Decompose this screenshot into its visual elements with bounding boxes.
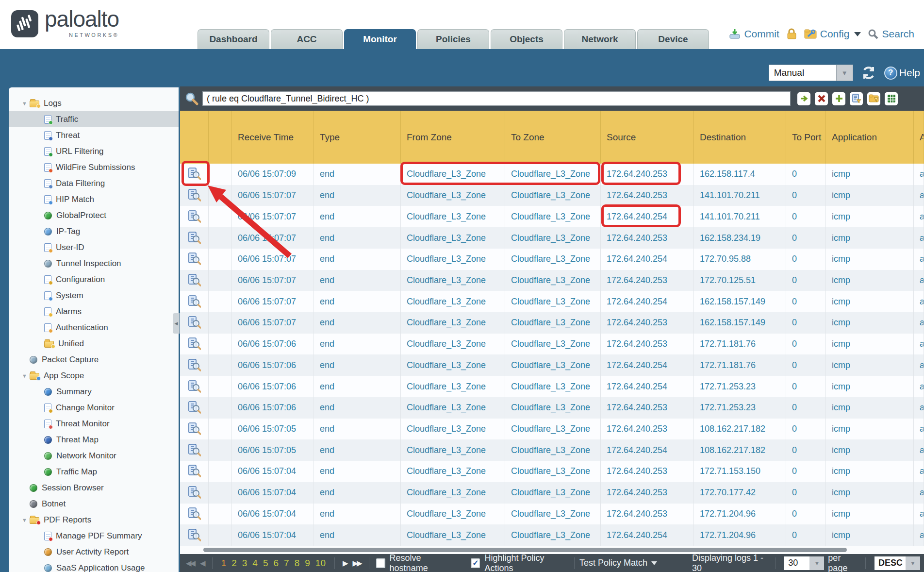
sidebar-item-wildfire-submissions[interactable]: WildFire Submissions — [9, 159, 179, 175]
detail-magnifier-cell[interactable] — [180, 312, 209, 334]
sidebar-item-system[interactable]: System — [9, 287, 179, 303]
sidebar-item-user-id[interactable]: User-ID — [9, 239, 179, 255]
sidebar-item-packet-capture[interactable]: Packet Capture — [9, 352, 179, 368]
tab-network[interactable]: Network — [564, 29, 636, 49]
column-header-from_zone[interactable]: From Zone — [401, 111, 505, 164]
detail-magnifier-cell[interactable] — [180, 461, 209, 482]
clear-filter-icon[interactable] — [815, 92, 828, 105]
page-number-6[interactable]: 6 — [274, 558, 279, 569]
sidebar-item-data-filtering[interactable]: Data Filtering — [9, 175, 179, 191]
column-header-source[interactable]: Source — [601, 111, 694, 164]
detail-magnifier-cell[interactable] — [180, 504, 209, 525]
table-row[interactable]: 06/06 15:07:09endCloudflare_L3_ZoneCloud… — [180, 164, 924, 185]
sidebar-item-manage-pdf-summary[interactable]: Manage PDF Summary — [9, 528, 179, 544]
sidebar-item-traffic[interactable]: Traffic — [9, 111, 179, 127]
sidebar-item-hip-match[interactable]: HIP Match — [9, 191, 179, 207]
sidebar-item-threat[interactable]: Threat — [9, 127, 179, 143]
table-row[interactable]: 06/06 15:07:06endCloudflare_L3_ZoneCloud… — [180, 376, 924, 397]
detail-magnifier-cell[interactable] — [180, 227, 209, 249]
per-page-select[interactable]: 30 ▼ — [784, 556, 824, 570]
tab-acc[interactable]: ACC — [271, 29, 343, 49]
sidebar-item-pdf-reports[interactable]: ▼PDF Reports — [9, 512, 179, 528]
lock-icon[interactable] — [786, 28, 797, 40]
table-row[interactable]: 06/06 15:07:06endCloudflare_L3_ZoneCloud… — [180, 334, 924, 355]
detail-magnifier-cell[interactable] — [180, 185, 209, 206]
global-search[interactable]: Search — [868, 28, 914, 40]
detail-magnifier-cell[interactable] — [180, 270, 209, 291]
table-row[interactable]: 06/06 15:07:07endCloudflare_L3_ZoneCloud… — [180, 227, 924, 249]
sidebar-item-threat-map[interactable]: Threat Map — [9, 432, 179, 448]
test-policy-match-button[interactable]: Test Policy Match — [579, 558, 657, 568]
page-number-10[interactable]: 10 — [315, 558, 326, 569]
tab-objects[interactable]: Objects — [491, 29, 562, 49]
expander-icon[interactable]: ▼ — [19, 517, 30, 523]
sidebar-item-saas-application-usage[interactable]: SaaS Application Usage — [9, 560, 179, 572]
tab-device[interactable]: Device — [637, 29, 709, 49]
sidebar-item-app-scope[interactable]: ▼App Scope — [9, 368, 179, 384]
table-row[interactable]: 06/06 15:07:07endCloudflare_L3_ZoneCloud… — [180, 291, 924, 312]
detail-magnifier-cell[interactable] — [180, 334, 209, 355]
sidebar-item-configuration[interactable]: Configuration — [9, 271, 179, 287]
table-row[interactable]: 06/06 15:07:04endCloudflare_L3_ZoneCloud… — [180, 461, 924, 482]
detail-magnifier-cell[interactable] — [180, 439, 209, 461]
help-button[interactable]: ? Help — [884, 67, 920, 80]
commit-button[interactable]: Commit — [729, 28, 779, 40]
horizontal-scrollbar[interactable] — [203, 548, 847, 552]
tab-monitor[interactable]: Monitor — [344, 29, 416, 49]
table-row[interactable]: 06/06 15:07:07endCloudflare_L3_ZoneCloud… — [180, 185, 924, 206]
refresh-mode-select[interactable]: Manual ▼ — [769, 65, 853, 81]
detail-magnifier-cell[interactable] — [180, 397, 209, 419]
column-header-type[interactable]: Type — [314, 111, 401, 164]
column-header-to_port[interactable]: To Port — [786, 111, 826, 164]
column-header-receive_time[interactable]: Receive Time — [232, 111, 314, 164]
sidebar-item-logs[interactable]: ▼Logs — [9, 95, 179, 111]
next-page-button[interactable]: ▶ — [343, 559, 347, 568]
table-row[interactable]: 06/06 15:07:05endCloudflare_L3_ZoneCloud… — [180, 419, 924, 440]
table-row[interactable]: 06/06 15:07:04endCloudflare_L3_ZoneCloud… — [180, 482, 924, 504]
tab-dashboard[interactable]: Dashboard — [198, 29, 269, 49]
prev-page-button[interactable]: ◀ — [200, 559, 204, 568]
sidebar-item-traffic-map[interactable]: Traffic Map — [9, 464, 179, 480]
detail-magnifier-cell[interactable] — [180, 376, 209, 397]
page-number-7[interactable]: 7 — [284, 558, 289, 569]
sidebar-item-threat-monitor[interactable]: Threat Monitor — [9, 416, 179, 432]
sidebar-item-user-activity-report[interactable]: User Activity Report — [9, 544, 179, 560]
sidebar-item-session-browser[interactable]: Session Browser — [9, 480, 179, 496]
log-filter-input[interactable] — [202, 91, 791, 106]
column-header-destination[interactable]: Destination — [694, 111, 786, 164]
page-number-5[interactable]: 5 — [263, 558, 268, 569]
sidebar-item-ip-tag[interactable]: IP-Tag — [9, 223, 179, 239]
highlight-policy-checkbox[interactable]: ✓ — [471, 558, 480, 568]
apply-filter-icon[interactable] — [797, 92, 810, 105]
column-header-action[interactable]: A — [914, 111, 924, 164]
table-row[interactable]: 06/06 15:07:04endCloudflare_L3_ZoneCloud… — [180, 504, 924, 525]
page-number-1[interactable]: 1 — [221, 558, 227, 569]
sidebar-item-botnet[interactable]: Botnet — [9, 496, 179, 512]
table-row[interactable]: 06/06 15:07:07endCloudflare_L3_ZoneCloud… — [180, 249, 924, 270]
table-row[interactable]: 06/06 15:07:04endCloudflare_L3_ZoneCloud… — [180, 524, 924, 546]
detail-magnifier-cell[interactable] — [180, 419, 209, 440]
detail-magnifier-cell[interactable] — [180, 354, 209, 376]
export-to-csv-icon[interactable] — [885, 92, 898, 105]
sidebar-item-alarms[interactable]: Alarms — [9, 303, 179, 320]
page-number-4[interactable]: 4 — [252, 558, 258, 569]
tab-policies[interactable]: Policies — [417, 29, 489, 49]
sidebar-item-unified[interactable]: Unified — [9, 336, 179, 352]
expander-icon[interactable]: ▼ — [19, 101, 30, 106]
column-header-application[interactable]: Application — [826, 111, 914, 164]
detail-magnifier-cell[interactable] — [180, 164, 209, 185]
first-page-button[interactable]: ◀◀ — [186, 559, 194, 568]
table-row[interactable]: 06/06 15:07:07endCloudflare_L3_ZoneCloud… — [180, 312, 924, 334]
sidebar-item-globalprotect[interactable]: GlobalProtect — [9, 207, 179, 223]
detail-magnifier-cell[interactable] — [180, 524, 209, 546]
detail-magnifier-cell[interactable] — [180, 249, 209, 270]
table-row[interactable]: 06/06 15:07:05endCloudflare_L3_ZoneCloud… — [180, 439, 924, 461]
table-row[interactable]: 06/06 15:07:07endCloudflare_L3_ZoneCloud… — [180, 206, 924, 227]
table-row[interactable]: 06/06 15:07:06endCloudflare_L3_ZoneCloud… — [180, 354, 924, 376]
detail-magnifier-cell[interactable] — [180, 291, 209, 312]
add-filter-icon[interactable] — [832, 92, 845, 105]
expander-icon[interactable]: ▼ — [19, 373, 30, 379]
sidebar-item-tunnel-inspection[interactable]: Tunnel Inspection — [9, 255, 179, 271]
table-row[interactable]: 06/06 15:07:06endCloudflare_L3_ZoneCloud… — [180, 397, 924, 419]
sidebar-item-url-filtering[interactable]: URL Filtering — [9, 143, 179, 159]
